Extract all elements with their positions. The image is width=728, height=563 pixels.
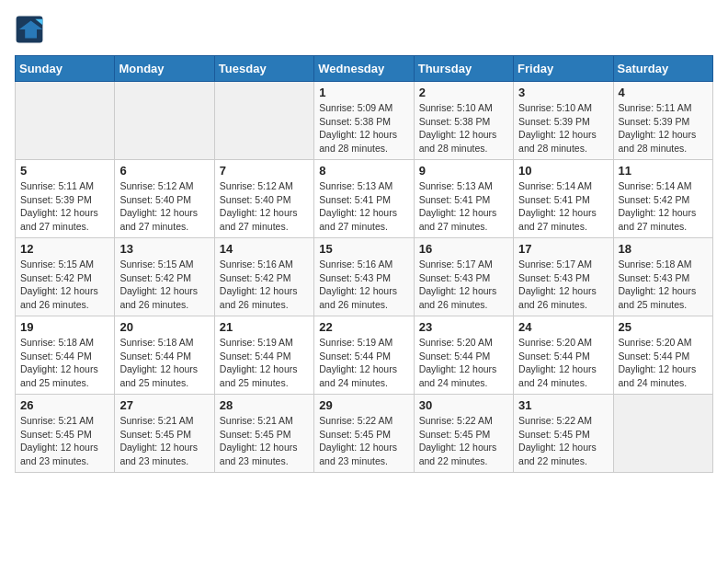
day-cell: 20Sunrise: 5:18 AMSunset: 5:44 PMDayligh… (115, 316, 214, 395)
day-number: 28 (220, 398, 309, 412)
day-number: 15 (319, 242, 408, 256)
day-number: 29 (319, 398, 408, 412)
day-cell: 6Sunrise: 5:12 AMSunset: 5:40 PMDaylight… (115, 160, 214, 238)
weekday-header-saturday: Saturday (613, 56, 712, 82)
weekday-header-wednesday: Wednesday (314, 56, 414, 82)
week-row-3: 12Sunrise: 5:15 AMSunset: 5:42 PMDayligh… (16, 238, 713, 316)
day-info: Sunrise: 5:11 AMSunset: 5:39 PMDaylight:… (619, 101, 708, 155)
day-number: 19 (20, 320, 109, 334)
day-cell: 17Sunrise: 5:17 AMSunset: 5:43 PMDayligh… (514, 238, 613, 316)
day-info: Sunrise: 5:15 AMSunset: 5:42 PMDaylight:… (20, 258, 109, 312)
day-info: Sunrise: 5:22 AMSunset: 5:45 PMDaylight:… (419, 414, 508, 468)
day-info: Sunrise: 5:13 AMSunset: 5:41 PMDaylight:… (419, 179, 508, 234)
weekday-header-thursday: Thursday (414, 56, 513, 82)
day-info: Sunrise: 5:14 AMSunset: 5:42 PMDaylight:… (619, 179, 708, 234)
day-cell: 11Sunrise: 5:14 AMSunset: 5:42 PMDayligh… (613, 160, 712, 238)
day-info: Sunrise: 5:13 AMSunset: 5:41 PMDaylight:… (319, 179, 408, 234)
day-info: Sunrise: 5:21 AMSunset: 5:45 PMDaylight:… (220, 414, 309, 468)
week-row-5: 26Sunrise: 5:21 AMSunset: 5:45 PMDayligh… (16, 395, 713, 473)
day-info: Sunrise: 5:20 AMSunset: 5:44 PMDaylight:… (619, 336, 708, 390)
day-number: 13 (119, 242, 209, 256)
weekday-header-sunday: Sunday (16, 56, 115, 82)
day-cell: 1Sunrise: 5:09 AMSunset: 5:38 PMDaylight… (314, 82, 414, 160)
day-cell: 8Sunrise: 5:13 AMSunset: 5:41 PMDaylight… (314, 160, 414, 238)
day-cell: 18Sunrise: 5:18 AMSunset: 5:43 PMDayligh… (613, 238, 712, 316)
day-number: 17 (518, 242, 608, 256)
day-number: 12 (20, 242, 109, 256)
day-number: 1 (319, 86, 408, 99)
day-cell: 22Sunrise: 5:19 AMSunset: 5:44 PMDayligh… (314, 316, 414, 395)
day-number: 23 (419, 320, 508, 334)
day-info: Sunrise: 5:21 AMSunset: 5:45 PMDaylight:… (119, 414, 209, 468)
day-info: Sunrise: 5:10 AMSunset: 5:39 PMDaylight:… (518, 101, 608, 155)
day-number: 31 (518, 398, 608, 412)
day-cell: 13Sunrise: 5:15 AMSunset: 5:42 PMDayligh… (115, 238, 214, 316)
day-cell: 12Sunrise: 5:15 AMSunset: 5:42 PMDayligh… (16, 238, 115, 316)
day-number: 20 (119, 320, 209, 334)
day-info: Sunrise: 5:18 AMSunset: 5:44 PMDaylight:… (119, 336, 209, 390)
logo-icon (15, 15, 44, 44)
week-row-4: 19Sunrise: 5:18 AMSunset: 5:44 PMDayligh… (16, 316, 713, 395)
weekday-header-tuesday: Tuesday (214, 56, 313, 82)
day-info: Sunrise: 5:22 AMSunset: 5:45 PMDaylight:… (518, 414, 608, 468)
day-cell: 26Sunrise: 5:21 AMSunset: 5:45 PMDayligh… (16, 395, 115, 473)
day-cell: 2Sunrise: 5:10 AMSunset: 5:38 PMDaylight… (414, 82, 513, 160)
day-info: Sunrise: 5:20 AMSunset: 5:44 PMDaylight:… (419, 336, 508, 390)
header (15, 15, 713, 44)
day-info: Sunrise: 5:17 AMSunset: 5:43 PMDaylight:… (518, 258, 608, 312)
day-info: Sunrise: 5:16 AMSunset: 5:43 PMDaylight:… (319, 258, 408, 312)
day-cell: 10Sunrise: 5:14 AMSunset: 5:41 PMDayligh… (514, 160, 613, 238)
day-number: 24 (518, 320, 608, 334)
day-info: Sunrise: 5:15 AMSunset: 5:42 PMDaylight:… (119, 258, 209, 312)
day-number: 4 (619, 86, 708, 99)
weekday-header-friday: Friday (514, 56, 613, 82)
day-number: 5 (20, 164, 109, 178)
day-cell: 28Sunrise: 5:21 AMSunset: 5:45 PMDayligh… (214, 395, 313, 473)
day-info: Sunrise: 5:12 AMSunset: 5:40 PMDaylight:… (220, 179, 309, 234)
logo (15, 15, 48, 44)
day-info: Sunrise: 5:18 AMSunset: 5:43 PMDaylight:… (619, 258, 708, 312)
day-cell: 4Sunrise: 5:11 AMSunset: 5:39 PMDaylight… (613, 82, 712, 160)
day-info: Sunrise: 5:20 AMSunset: 5:44 PMDaylight:… (518, 336, 608, 390)
day-number: 11 (619, 164, 708, 178)
day-cell: 31Sunrise: 5:22 AMSunset: 5:45 PMDayligh… (514, 395, 613, 473)
day-cell: 27Sunrise: 5:21 AMSunset: 5:45 PMDayligh… (115, 395, 214, 473)
day-cell (115, 82, 214, 160)
day-number: 3 (518, 86, 608, 99)
day-cell: 5Sunrise: 5:11 AMSunset: 5:39 PMDaylight… (16, 160, 115, 238)
day-number: 18 (619, 242, 708, 256)
day-cell (16, 82, 115, 160)
day-cell: 23Sunrise: 5:20 AMSunset: 5:44 PMDayligh… (414, 316, 513, 395)
day-cell: 19Sunrise: 5:18 AMSunset: 5:44 PMDayligh… (16, 316, 115, 395)
day-info: Sunrise: 5:21 AMSunset: 5:45 PMDaylight:… (20, 414, 109, 468)
day-number: 21 (220, 320, 309, 334)
day-info: Sunrise: 5:19 AMSunset: 5:44 PMDaylight:… (220, 336, 309, 390)
day-info: Sunrise: 5:14 AMSunset: 5:41 PMDaylight:… (518, 179, 608, 234)
day-cell: 15Sunrise: 5:16 AMSunset: 5:43 PMDayligh… (314, 238, 414, 316)
day-cell: 7Sunrise: 5:12 AMSunset: 5:40 PMDaylight… (214, 160, 313, 238)
day-info: Sunrise: 5:11 AMSunset: 5:39 PMDaylight:… (20, 179, 109, 234)
day-info: Sunrise: 5:10 AMSunset: 5:38 PMDaylight:… (419, 101, 508, 155)
day-number: 30 (419, 398, 508, 412)
day-info: Sunrise: 5:18 AMSunset: 5:44 PMDaylight:… (20, 336, 109, 390)
day-number: 8 (319, 164, 408, 178)
day-number: 6 (119, 164, 209, 178)
day-info: Sunrise: 5:22 AMSunset: 5:45 PMDaylight:… (319, 414, 408, 468)
day-cell: 9Sunrise: 5:13 AMSunset: 5:41 PMDaylight… (414, 160, 513, 238)
week-row-2: 5Sunrise: 5:11 AMSunset: 5:39 PMDaylight… (16, 160, 713, 238)
day-cell: 30Sunrise: 5:22 AMSunset: 5:45 PMDayligh… (414, 395, 513, 473)
day-number: 14 (220, 242, 309, 256)
day-number: 9 (419, 164, 508, 178)
day-info: Sunrise: 5:17 AMSunset: 5:43 PMDaylight:… (419, 258, 508, 312)
weekday-header-monday: Monday (115, 56, 214, 82)
day-number: 7 (220, 164, 309, 178)
day-cell: 21Sunrise: 5:19 AMSunset: 5:44 PMDayligh… (214, 316, 313, 395)
day-number: 16 (419, 242, 508, 256)
day-cell: 16Sunrise: 5:17 AMSunset: 5:43 PMDayligh… (414, 238, 513, 316)
day-info: Sunrise: 5:19 AMSunset: 5:44 PMDaylight:… (319, 336, 408, 390)
calendar-table: SundayMondayTuesdayWednesdayThursdayFrid… (15, 55, 713, 473)
day-cell: 29Sunrise: 5:22 AMSunset: 5:45 PMDayligh… (314, 395, 414, 473)
day-info: Sunrise: 5:12 AMSunset: 5:40 PMDaylight:… (119, 179, 209, 234)
day-number: 22 (319, 320, 408, 334)
day-number: 25 (619, 320, 708, 334)
